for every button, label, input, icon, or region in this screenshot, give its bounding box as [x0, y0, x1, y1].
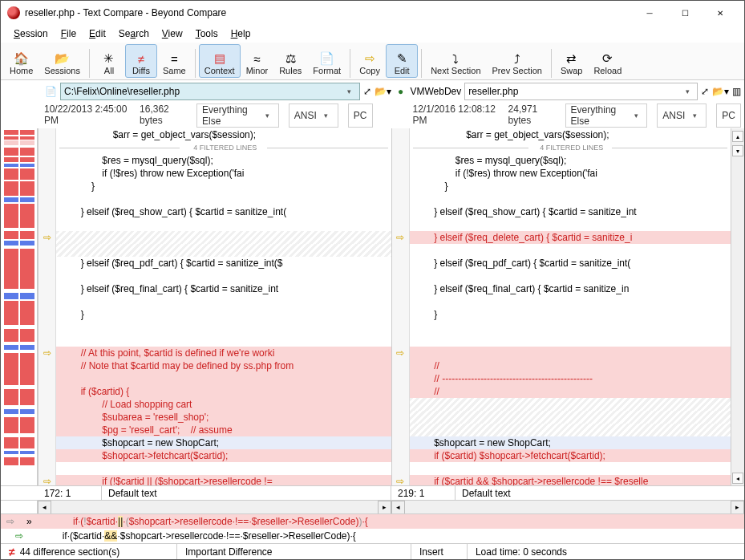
edit-icon: ✎: [394, 51, 410, 66]
close-button[interactable]: ✕: [702, 1, 738, 25]
window-title: reseller.php - Text Compare - Beyond Com…: [25, 7, 632, 18]
left-filter-select[interactable]: Everything Else▾: [196, 103, 279, 128]
position-row: 172: 1 Default text 219: 1 Default text: [1, 485, 744, 500]
rules-button[interactable]: ⚖Rules: [273, 44, 307, 78]
right-bytes: 24,971 bytes: [508, 103, 556, 128]
next-icon: ⤵: [447, 51, 464, 66]
left-bytes: 16,362 bytes: [140, 103, 187, 128]
right-cursor-pos: 219: 1: [391, 486, 456, 500]
all-icon: ✳: [101, 51, 117, 66]
copy-icon: ⇨: [362, 51, 378, 66]
swap-icon: ⇄: [564, 51, 580, 66]
reload-icon: ⟳: [600, 51, 616, 66]
right-gutter[interactable]: ⇨⇨⇨: [392, 128, 410, 485]
arrow-right-icon: ⇨: [6, 516, 14, 527]
home-icon: 🏠: [14, 51, 30, 66]
right-enc-select[interactable]: ANSI▾: [657, 103, 707, 128]
menu-view[interactable]: View: [157, 26, 188, 41]
prev-section-button[interactable]: ⤴Prev Section: [487, 44, 548, 78]
same-button[interactable]: =Same: [157, 44, 192, 78]
right-path-input[interactable]: reseller.php▾: [464, 83, 698, 100]
prev-icon: ⤴: [509, 51, 525, 66]
left-kind: Default text: [102, 486, 391, 500]
right-date: 12/1/2016 12:08:12 PM: [413, 103, 499, 128]
diff-type: Important Difference: [177, 544, 411, 559]
merge-row-right[interactable]: ⇨ if·($cartid·&&·$shopcart->resellercode…: [1, 529, 744, 543]
format-button[interactable]: 📄Format: [307, 44, 346, 78]
next-section-button[interactable]: ⤵Next Section: [425, 44, 486, 78]
context-icon: ▤: [212, 51, 228, 66]
format-icon: 📄: [319, 51, 335, 66]
context-button[interactable]: ▤Context: [199, 44, 241, 78]
path-row: 📄 C:\Felix\Online\reseller.php▾ ⤢ 📂▾ ● V…: [1, 80, 744, 103]
left-enc-select[interactable]: ANSI▾: [289, 103, 338, 128]
copy-button[interactable]: ⇨Copy: [354, 44, 386, 78]
reload-button[interactable]: ⟳Reload: [588, 44, 627, 78]
sessions-button[interactable]: 📂Sessions: [38, 44, 86, 78]
minor-button[interactable]: ≈Minor: [241, 44, 274, 78]
left-pane: ⇨⇨⇨ $arr = get_object_vars($session);4 F…: [38, 128, 391, 485]
right-browse-icon[interactable]: 📂▾: [712, 86, 729, 97]
left-cursor-pos: 172: 1: [38, 486, 102, 500]
left-gutter[interactable]: ⇨⇨⇨: [38, 128, 56, 485]
home-button[interactable]: 🏠Home: [4, 44, 38, 78]
insert-mode: Insert: [411, 544, 468, 559]
left-browse-icon[interactable]: 📂▾: [375, 86, 391, 97]
vertical-scrollbar[interactable]: ▴ ▾ ◂: [731, 128, 744, 485]
left-expand-icon[interactable]: ⤢: [363, 86, 371, 97]
right-source-label: VMWebDev: [411, 86, 462, 97]
merge-panel: ⇨» if·(!$cartid·||·($shopcart->resellerc…: [1, 513, 744, 543]
meta-row: 10/22/2013 2:45:00 PM 16,362 bytes Every…: [1, 103, 744, 128]
scroll-down-icon[interactable]: ▾: [732, 145, 743, 156]
app-icon: [7, 6, 20, 19]
menu-help[interactable]: Help: [226, 26, 256, 41]
right-source-icon: ●: [395, 85, 407, 98]
right-more-icon[interactable]: ▥: [732, 86, 741, 97]
scroll-left-icon[interactable]: ◂: [732, 473, 743, 484]
diffs-icon: ≠: [133, 51, 149, 66]
not-equal-icon: ≠: [9, 546, 15, 558]
right-eol-select[interactable]: PC: [716, 103, 741, 128]
sessions-icon: 📂: [55, 51, 71, 66]
menu-search[interactable]: Search: [114, 26, 154, 41]
right-pane: ⇨⇨⇨ $arr = get_object_vars($session);4 F…: [391, 128, 745, 485]
menu-file[interactable]: File: [56, 26, 81, 41]
menu-edit[interactable]: Edit: [84, 26, 111, 41]
left-hscroll[interactable]: ◂▸: [38, 501, 391, 513]
diffs-button[interactable]: ≠Diffs: [125, 44, 157, 78]
menu-session[interactable]: Session: [9, 26, 53, 41]
right-filter-select[interactable]: Everything Else▾: [565, 103, 648, 128]
minor-icon: ≈: [249, 51, 265, 66]
maximize-button[interactable]: ☐: [667, 1, 702, 25]
menu-tools[interactable]: Tools: [191, 26, 223, 41]
edit-button[interactable]: ✎Edit: [386, 44, 418, 78]
status-bar: ≠44 difference section(s) Important Diff…: [1, 543, 744, 559]
load-time: Load time: 0 seconds: [468, 544, 744, 559]
all-button[interactable]: ✳All: [93, 44, 125, 78]
minimize-button[interactable]: ─: [632, 1, 667, 25]
left-date: 10/22/2013 2:45:00 PM: [44, 103, 130, 128]
toolbar: 🏠Home 📂Sessions ✳All ≠Diffs =Same ▤Conte…: [1, 43, 744, 80]
right-expand-icon[interactable]: ⤢: [701, 86, 709, 97]
swap-button[interactable]: ⇄Swap: [555, 44, 589, 78]
scroll-up-icon[interactable]: ▴: [732, 131, 743, 142]
right-code[interactable]: $arr = get_object_vars($session);4 FILTE…: [410, 128, 731, 485]
title-bar: reseller.php - Text Compare - Beyond Com…: [1, 1, 744, 25]
arrow-right-icon: ⇨: [15, 530, 23, 542]
merge-row-left[interactable]: ⇨» if·(!$cartid·||·($shopcart->resellerc…: [1, 514, 744, 529]
thumbnail-overview[interactable]: [1, 128, 38, 485]
left-path-input[interactable]: C:\Felix\Online\reseller.php▾: [60, 83, 360, 100]
menu-bar: Session File Edit Search View Tools Help: [1, 25, 744, 43]
left-file-icon: 📄: [44, 85, 57, 98]
main-area: ⇨⇨⇨ $arr = get_object_vars($session);4 F…: [1, 128, 744, 485]
horizontal-scrollbars: ◂▸ ◂▸: [1, 500, 744, 513]
same-icon: =: [166, 51, 182, 66]
right-kind: Default text: [456, 486, 744, 500]
diff-count: 44 difference section(s): [20, 546, 120, 558]
rules-icon: ⚖: [282, 51, 298, 66]
left-eol-select[interactable]: PC: [348, 103, 373, 128]
right-hscroll[interactable]: ◂▸: [391, 501, 745, 513]
left-code[interactable]: $arr = get_object_vars($session);4 FILTE…: [56, 128, 391, 485]
